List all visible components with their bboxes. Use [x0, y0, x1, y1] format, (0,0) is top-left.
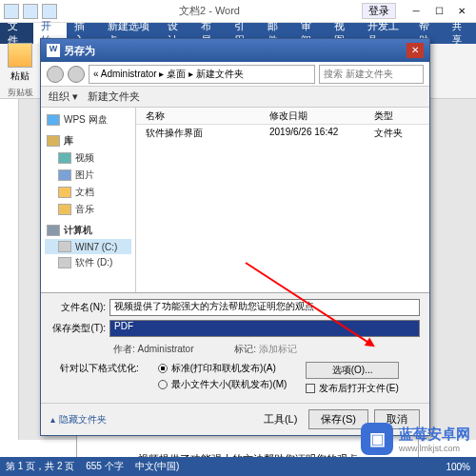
options-button[interactable]: 选项(O)...: [306, 362, 398, 379]
list-item[interactable]: 软件操作界面 2019/6/26 16:42 文件夹: [136, 125, 429, 142]
hide-folders-toggle[interactable]: ▴隐藏文件夹: [50, 413, 107, 426]
language-status[interactable]: 中文(中国): [135, 460, 180, 473]
save-button[interactable]: 保存(S): [308, 409, 368, 429]
share-button[interactable]: 共享: [445, 20, 476, 47]
optimize-standard[interactable]: 标准(打印和联机发布)(A): [158, 362, 288, 375]
chevron-up-icon: ▴: [50, 414, 55, 425]
search-input[interactable]: [319, 65, 424, 84]
paste-button[interactable]: 粘贴 剪贴板: [6, 43, 34, 99]
zoom-level[interactable]: 100%: [446, 462, 470, 472]
page-status[interactable]: 第 1 页，共 2 页: [6, 460, 74, 473]
minimize-icon[interactable]: ─: [406, 3, 426, 20]
optimize-minimum[interactable]: 最小文件大小(联机发布)(M): [158, 378, 288, 391]
dialog-title: 另存为: [64, 44, 407, 58]
author-label: 作者:: [113, 344, 135, 354]
open-after-checkbox[interactable]: 发布后打开文件(E): [306, 382, 398, 395]
paste-icon: [8, 43, 32, 68]
redo-icon[interactable]: [42, 4, 57, 19]
dialog-close-icon[interactable]: ✕: [407, 43, 424, 58]
maximize-icon[interactable]: ☐: [428, 3, 449, 20]
author-value[interactable]: Administrator: [138, 344, 194, 354]
col-date[interactable]: 修改日期: [260, 109, 365, 123]
nav-video: 视频: [45, 149, 131, 167]
nav-computer: 计算机: [45, 222, 131, 239]
android-icon: ▣: [361, 423, 393, 455]
tags-label: 标记:: [234, 344, 256, 354]
file-list[interactable]: 名称 修改日期 类型 软件操作界面 2019/6/26 16:42 文件夹: [136, 108, 429, 292]
filetype-label: 保存类型(T):: [50, 322, 109, 335]
nav-music: 音乐: [45, 201, 131, 218]
col-name[interactable]: 名称: [136, 109, 260, 123]
vertical-ruler: [0, 99, 19, 440]
tools-menu[interactable]: 工具(L): [264, 412, 297, 426]
word-count[interactable]: 655 个字: [86, 460, 123, 473]
back-icon[interactable]: [47, 66, 64, 83]
optimize-label: 针对以下格式优化:: [60, 362, 139, 375]
status-bar: 第 1 页，共 2 页 655 个字 中文(中国) 100%: [0, 457, 476, 476]
tags-value[interactable]: 添加标记: [259, 344, 297, 354]
window-title: 文档2 - Word: [57, 4, 362, 18]
word-icon: W: [47, 44, 60, 57]
watermark: ▣ 蓝莓安卓网 www.lmkjst.com: [361, 423, 470, 455]
new-folder-button[interactable]: 新建文件夹: [88, 89, 140, 104]
organize-menu[interactable]: 组织 ▾: [49, 89, 78, 104]
undo-icon[interactable]: [23, 4, 38, 19]
quick-access-toolbar[interactable]: [4, 4, 57, 19]
breadcrumb[interactable]: « Administrator ▸ 桌面 ▸ 新建文件夹: [89, 65, 315, 84]
nav-pane[interactable]: WPS 网盘 库 视频 图片 文档 音乐 计算机 WIN7 (C:) 软件 (D…: [41, 108, 136, 292]
filename-label: 文件名(N):: [50, 301, 109, 314]
nav-documents: 文档: [45, 184, 131, 201]
col-type[interactable]: 类型: [365, 109, 403, 123]
login-badge[interactable]: 登录: [362, 3, 396, 19]
nav-drive-d: 软件 (D:): [45, 254, 131, 271]
filetype-select[interactable]: PDF: [109, 320, 420, 337]
tab-file[interactable]: 文件: [0, 23, 33, 44]
nav-wps: WPS 网盘: [45, 111, 131, 129]
forward-icon[interactable]: [68, 66, 85, 83]
filename-input[interactable]: 视频提供了功能强大的方法帮助您证明您的观点: [109, 299, 420, 316]
save-icon[interactable]: [4, 4, 19, 19]
close-icon[interactable]: ✕: [451, 3, 472, 20]
nav-drive-c: WIN7 (C:): [45, 239, 131, 254]
nav-pictures: 图片: [45, 167, 131, 184]
nav-libraries: 库: [45, 132, 131, 149]
save-as-dialog: W 另存为 ✕ « Administrator ▸ 桌面 ▸ 新建文件夹 组织 …: [40, 38, 430, 436]
